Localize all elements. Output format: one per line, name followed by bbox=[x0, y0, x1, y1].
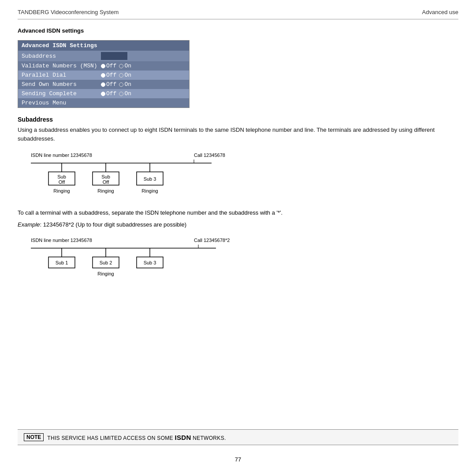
section-heading: Advanced ISDN settings bbox=[18, 27, 458, 34]
parallel-radio: Off On bbox=[101, 72, 131, 78]
note-text: THIS SERVICE HAS LIMITED ACCESS ON SOME … bbox=[47, 434, 226, 441]
validate-off-label: Off bbox=[106, 63, 116, 69]
note-box: NOTE THIS SERVICE HAS LIMITED ACCESS ON … bbox=[18, 429, 458, 445]
parallel-off-label: Off bbox=[106, 72, 116, 78]
send-own-radio: Off On bbox=[101, 81, 131, 88]
header-section: Advanced use bbox=[422, 9, 458, 15]
previous-menu-label: Previous Menu bbox=[22, 100, 101, 106]
settings-row-parallel: Parallel Dial Off On bbox=[18, 71, 189, 80]
send-own-on-option[interactable]: On bbox=[119, 81, 131, 88]
subaddress-section-text: Using a subaddress enables you to connec… bbox=[18, 126, 458, 143]
svg-text:ISDN line number 12345678: ISDN line number 12345678 bbox=[31, 152, 92, 158]
page-number: 77 bbox=[235, 456, 241, 463]
header-title: TANDBERG Videoconferencing System bbox=[18, 9, 119, 15]
svg-text:Sub 1: Sub 1 bbox=[56, 260, 68, 265]
subaddress-section: Subaddress Using a subaddress enables yo… bbox=[18, 116, 458, 143]
svg-text:ISDN line number 12345678: ISDN line number 12345678 bbox=[31, 238, 92, 243]
svg-text:Ringing: Ringing bbox=[97, 188, 114, 193]
svg-text:Call 12345678: Call 12345678 bbox=[194, 152, 225, 158]
svg-text:Sub 2: Sub 2 bbox=[100, 260, 112, 265]
subaddress-section-heading: Subaddress bbox=[18, 116, 458, 123]
sending-complete-on-option[interactable]: On bbox=[119, 90, 131, 97]
validate-off-option[interactable]: Off bbox=[101, 63, 116, 69]
sending-complete-off-label: Off bbox=[106, 90, 116, 97]
svg-text:Ringing: Ringing bbox=[53, 188, 70, 193]
send-own-on-label: On bbox=[124, 81, 131, 88]
example-label: Example bbox=[18, 221, 40, 228]
subaddress-label: Subaddress bbox=[22, 53, 101, 60]
svg-text:Sub: Sub bbox=[57, 174, 66, 179]
parallel-off-option[interactable]: Off bbox=[101, 72, 116, 78]
parallel-on-label: On bbox=[124, 72, 131, 78]
parallel-label: Parallel Dial bbox=[22, 72, 101, 78]
diagram1-svg: ISDN line number 12345678 Call 12345678 … bbox=[26, 151, 256, 201]
validate-on-option[interactable]: On bbox=[119, 63, 131, 69]
note-t: T bbox=[47, 435, 51, 441]
sending-complete-radio: Off On bbox=[101, 90, 131, 97]
validate-on-label: On bbox=[124, 63, 131, 69]
sending-complete-off-radio bbox=[101, 92, 105, 96]
example-value: 12345678*2 (Up to four digit subaddresse… bbox=[43, 221, 186, 228]
validate-radio: Off On bbox=[101, 63, 131, 69]
note-his: HIS SERVICE HAS LIMITED ACCESS ON SOME bbox=[51, 435, 175, 441]
example-text: Example: 12345678*2 (Up to four digit su… bbox=[18, 221, 458, 228]
settings-row-validate: Validate Numbers (MSN) Off On bbox=[18, 61, 189, 71]
send-own-label: Send Own Numbers bbox=[22, 81, 101, 88]
settings-panel-title: Advanced ISDN Settings bbox=[18, 41, 189, 51]
separator-text: To call a terminal with a subaddress, se… bbox=[18, 209, 458, 216]
sending-complete-label: Sending Complete bbox=[22, 90, 101, 97]
svg-text:Sub 3: Sub 3 bbox=[144, 176, 156, 182]
parallel-on-radio bbox=[119, 73, 123, 78]
sending-complete-off-option[interactable]: Off bbox=[101, 90, 116, 97]
svg-text:Ringing: Ringing bbox=[141, 188, 158, 193]
settings-row-send-own: Send Own Numbers Off On bbox=[18, 80, 189, 89]
note-networks: NETWORKS. bbox=[191, 435, 226, 441]
settings-row-sending-complete: Sending Complete Off On bbox=[18, 89, 189, 98]
note-isdn: ISDN bbox=[175, 434, 191, 441]
svg-text:Sub: Sub bbox=[101, 174, 110, 179]
send-own-off-option[interactable]: Off bbox=[101, 81, 116, 88]
svg-text:Ringing: Ringing bbox=[97, 271, 114, 276]
settings-row-subaddress: Subaddress bbox=[18, 51, 189, 61]
svg-text:Sub 3: Sub 3 bbox=[144, 260, 156, 265]
settings-row-previous-menu[interactable]: Previous Menu bbox=[18, 98, 189, 108]
diagram2-svg: ISDN line number 12345678 Call 12345678*… bbox=[26, 236, 256, 282]
page-header: TANDBERG Videoconferencing System Advanc… bbox=[18, 9, 458, 19]
subaddress-input[interactable] bbox=[101, 52, 127, 60]
parallel-off-radio bbox=[101, 73, 105, 78]
subaddress-value bbox=[101, 52, 127, 60]
sending-complete-on-label: On bbox=[124, 90, 131, 97]
send-own-on-radio bbox=[119, 82, 123, 87]
page-container: TANDBERG Videoconferencing System Advanc… bbox=[0, 0, 476, 476]
settings-panel: Advanced ISDN Settings Subaddress Valida… bbox=[18, 40, 190, 108]
validate-label: Validate Numbers (MSN) bbox=[22, 63, 101, 69]
parallel-on-option[interactable]: On bbox=[119, 72, 131, 78]
diagram2-container: ISDN line number 12345678 Call 12345678*… bbox=[18, 236, 458, 282]
note-label: NOTE bbox=[24, 433, 44, 441]
sending-complete-on-radio bbox=[119, 92, 123, 96]
validate-off-radio bbox=[101, 64, 105, 68]
svg-text:Off: Off bbox=[59, 179, 65, 185]
send-own-off-label: Off bbox=[106, 81, 116, 88]
svg-text:Call 12345678*2: Call 12345678*2 bbox=[194, 238, 230, 243]
send-own-off-radio bbox=[101, 82, 105, 87]
validate-on-radio bbox=[119, 64, 123, 68]
diagram1-container: ISDN line number 12345678 Call 12345678 … bbox=[18, 151, 458, 201]
example-colon: : bbox=[40, 221, 43, 228]
svg-text:Off: Off bbox=[103, 179, 109, 185]
